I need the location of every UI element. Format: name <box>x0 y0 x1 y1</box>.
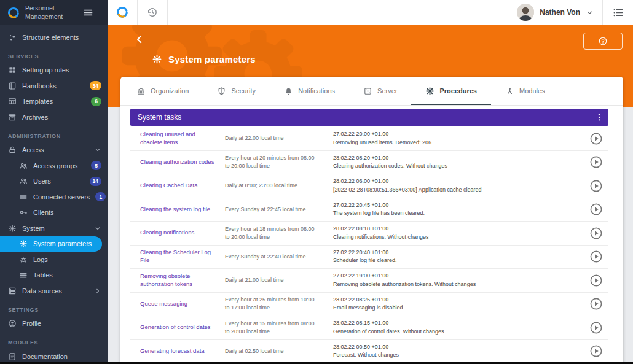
task-link[interactable]: Clearing notifications <box>140 229 218 237</box>
tab-organization[interactable]: Organization <box>122 77 203 105</box>
chevron-down-icon <box>94 225 101 232</box>
sidebar-section-settings: SETTINGS <box>0 299 108 316</box>
sidebar-item-label: System <box>22 225 45 232</box>
procedures-icon <box>425 87 434 96</box>
sidebar-item-label: Access groups <box>33 162 77 169</box>
top-app-bar: Nathen Von <box>108 0 633 25</box>
users-icon <box>19 177 28 185</box>
task-link[interactable]: Cleaning unused and obsolete items <box>140 131 218 147</box>
sidebar-item-label: Users <box>33 177 51 185</box>
structure-icon <box>8 33 17 42</box>
tab-notifications[interactable]: Notifications <box>270 77 349 105</box>
sidebar-item-label: Connected servers <box>33 193 90 201</box>
content-card: OrganizationSecurityNotificationsServerP… <box>120 77 623 364</box>
sidebar-item-templates[interactable]: Templates6 <box>0 94 108 110</box>
list-menu-icon[interactable] <box>612 7 624 18</box>
task-result: Clearing notifications. Without changes <box>333 233 581 242</box>
sidebar-item-data-sources[interactable]: Data sources <box>0 283 108 299</box>
tab-procedures[interactable]: Procedures <box>411 77 491 105</box>
sidebar-item-setting-up-rules[interactable]: Setting up rules <box>0 63 108 79</box>
task-schedule: Every hour at 18 minutes from 08:00 to 2… <box>225 225 317 241</box>
chevron-down-icon <box>586 9 594 17</box>
task-link[interactable]: Removing obsolete authorization tokens <box>140 273 218 288</box>
count-badge: 34 <box>90 81 101 90</box>
run-task-button[interactable] <box>589 249 604 264</box>
tab-label: Modules <box>519 87 545 95</box>
tab-label: Procedures <box>439 87 477 95</box>
table-row: Clearing the Scheduler Log FileEvery Sun… <box>130 246 608 269</box>
main-area: Nathen Von <box>108 0 633 364</box>
sidebar-item-label: Tables <box>33 271 53 279</box>
tab-label: Notifications <box>298 87 335 95</box>
task-ran-at: 28.02.22 08:25 +01:00 <box>333 296 581 304</box>
run-task-button[interactable] <box>589 296 604 311</box>
task-ran-at: 28.02.22 08:15 +01:00 <box>333 319 581 328</box>
sidebar-item-access[interactable]: Access <box>0 142 108 158</box>
kebab-menu-icon[interactable] <box>592 110 606 124</box>
table-row: Generating forecast dataDaily at 02:50 l… <box>130 340 608 364</box>
sidebar-section-administration: ADMINISTRATION <box>0 125 108 142</box>
system-tasks-header: System tasks <box>130 109 608 126</box>
hamburger-menu-icon[interactable] <box>83 7 93 18</box>
run-task-button[interactable] <box>589 226 604 241</box>
run-task-button[interactable] <box>589 155 604 169</box>
tab-security[interactable]: Security <box>203 77 270 105</box>
sidebar-item-profile[interactable]: Profile <box>0 316 108 332</box>
task-link[interactable]: Generating forecast data <box>140 347 218 355</box>
tab-modules[interactable]: Modules <box>491 77 559 105</box>
task-result: Scheduler log file cleared. <box>333 257 581 265</box>
key-icon <box>19 208 28 217</box>
shield-icon <box>217 87 226 96</box>
gear-icon <box>152 54 162 64</box>
procedures-panel: System tasks Cleaning unused and obsolet… <box>120 106 623 364</box>
avatar <box>517 4 534 21</box>
tab-label: Security <box>231 87 256 95</box>
task-link[interactable]: Clearing authorization codes <box>140 158 218 166</box>
user-menu[interactable]: Nathen Von <box>508 0 602 25</box>
sidebar-item-archives[interactable]: Archives <box>0 109 108 125</box>
sidebar-section-services: SERVICES <box>0 45 108 63</box>
table-row: Clearing notificationsEvery hour at 18 m… <box>130 222 608 246</box>
run-task-button[interactable] <box>589 344 604 358</box>
tables-icon <box>19 271 28 279</box>
run-task-button[interactable] <box>589 131 604 146</box>
sidebar-item-logs[interactable]: Logs <box>0 252 108 268</box>
back-icon[interactable] <box>134 34 145 45</box>
sidebar-item-access-groups[interactable]: Access groups5 <box>0 158 108 174</box>
divider <box>602 0 603 25</box>
sidebar-item-users[interactable]: Users14 <box>0 174 108 190</box>
task-link[interactable]: Clearing the system log file <box>140 206 218 214</box>
help-button[interactable] <box>583 33 623 50</box>
history-icon[interactable] <box>146 6 159 18</box>
task-schedule: Every hour at 20 minutes from 08:00 to 2… <box>225 154 317 170</box>
task-link[interactable]: Clearing the Scheduler Log File <box>140 249 218 265</box>
task-ran-at: 28.02.22 06:00 +01:00 <box>333 177 581 186</box>
table-row: Generation of control datesEvery hour at… <box>130 316 608 340</box>
task-link[interactable]: Generation of control dates <box>140 323 218 331</box>
sidebar-item-handbooks[interactable]: Handbooks34 <box>0 78 108 94</box>
sidebar-item-tables[interactable]: Tables <box>0 268 108 284</box>
home-logo-icon[interactable] <box>116 6 129 19</box>
sidebar-item-clients[interactable]: Clients <box>0 205 108 221</box>
task-status: 28.02.22 08:15 +01:00Generation of contr… <box>333 319 581 336</box>
run-task-button[interactable] <box>589 273 604 288</box>
run-task-button[interactable] <box>589 179 604 193</box>
task-result: [2022-02-28T08:00:51.366+03:00] Applicat… <box>333 186 581 195</box>
task-status: 27.02.22 19:00 +01:00Removing obsolete a… <box>333 272 581 288</box>
sidebar-item-system[interactable]: System <box>0 220 108 236</box>
task-status: 27.02.22 20:45 +01:00The system log file… <box>333 201 581 218</box>
sidebar-item-structure-elements[interactable]: Structure elements <box>0 29 108 45</box>
sidebar-item-system-parameters[interactable]: System parameters <box>0 236 102 252</box>
help-icon <box>598 36 608 46</box>
task-link[interactable]: Queue messaging <box>140 300 218 308</box>
run-task-button[interactable] <box>589 320 604 335</box>
task-link[interactable]: Clearing Cached Data <box>140 182 218 190</box>
tab-server[interactable]: Server <box>349 77 411 105</box>
gear-icon <box>19 239 28 248</box>
task-schedule: Daily at 21:00 local time <box>225 276 317 284</box>
sidebar-item-connected-servers[interactable]: Connected servers1 <box>0 189 108 205</box>
task-status: 27.02.22 20:00 +01:00Removing unused ite… <box>333 130 581 147</box>
task-status: 27.02.22 20:40 +01:00Scheduler log file … <box>333 249 581 265</box>
task-result: Email messaging is disabled <box>333 304 581 312</box>
run-task-button[interactable] <box>589 202 604 217</box>
